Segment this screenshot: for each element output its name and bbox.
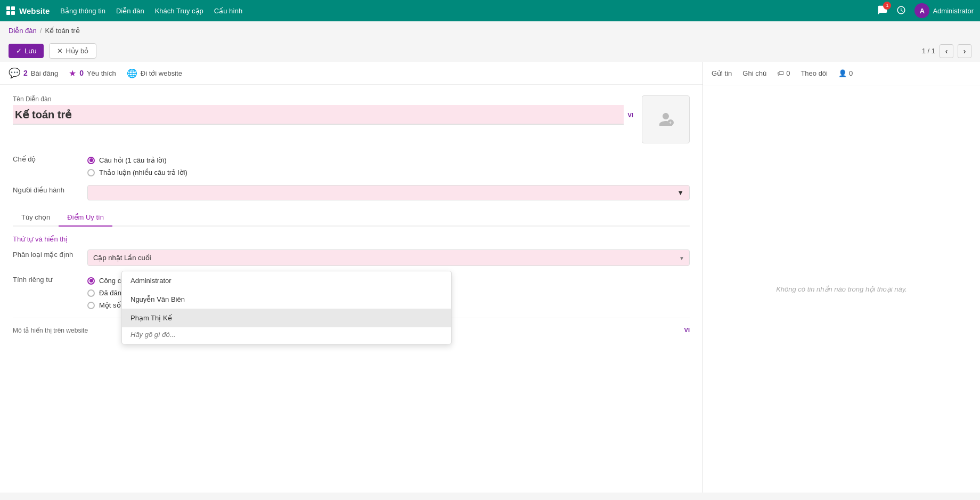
globe-icon: 🌐 xyxy=(127,68,137,78)
check-icon: ✓ xyxy=(16,47,22,55)
favorites-stat[interactable]: ★ 0 Yêu thích xyxy=(69,68,116,78)
user-name: Administrator xyxy=(933,7,974,15)
main-layout: 💬 2 Bài đăng ★ 0 Yêu thích 🌐 Đi tới webs… xyxy=(0,62,980,493)
mode-options: Câu hỏi (1 câu trả lời) Thảo luận (nhiều… xyxy=(87,154,690,176)
breadcrumb-current: Kế toán trẻ xyxy=(45,27,79,35)
forum-name-row: VI xyxy=(13,105,633,125)
radio-dot-0 xyxy=(87,157,95,164)
radio-dot-1 xyxy=(87,169,95,176)
notification-badge: 1 xyxy=(883,2,891,10)
prev-button[interactable]: ‹ xyxy=(940,44,953,58)
dropdown-search xyxy=(122,327,451,344)
form-body: Tên Diễn đàn VI + Chế độ xyxy=(0,85,703,349)
right-tab-notes[interactable]: Ghi chú xyxy=(742,67,766,79)
tab-options[interactable]: Tùy chọn xyxy=(13,209,59,227)
breadcrumb: Diễn đàn / Kế toán trẻ xyxy=(0,21,980,40)
privacy-dot-2 xyxy=(87,302,95,309)
forum-name-label: Tên Diễn đàn xyxy=(13,95,633,103)
moderator-label: Người điều hành xyxy=(13,185,87,194)
menu-visitors[interactable]: Khách Truy cập xyxy=(155,7,203,15)
privacy-dot-0 xyxy=(87,277,95,285)
description-lang: VI xyxy=(684,327,690,336)
moderator-dropdown-list: Administrator Nguyễn Văn Biên Phạm Thị K… xyxy=(121,271,452,344)
avatar: A xyxy=(914,3,929,18)
privacy-label: Tính riêng tư xyxy=(13,275,87,284)
default-sort-select[interactable]: Cập nhật Lần cuối xyxy=(87,249,690,266)
left-panel: 💬 2 Bài đăng ★ 0 Yêu thích 🌐 Đi tới webs… xyxy=(0,62,703,493)
pagination: 1 / 1 ‹ › xyxy=(922,44,971,58)
tab-reputation[interactable]: Điểm Uy tín xyxy=(59,209,112,227)
description-label: Mô tả hiển thị trên website xyxy=(13,327,88,334)
cancel-button[interactable]: ✕ Hủy bỏ xyxy=(49,43,96,59)
chat-icon-button[interactable]: 1 xyxy=(877,5,888,17)
chat-bubble-icon: 💬 xyxy=(9,67,20,79)
photo-upload[interactable]: + xyxy=(642,95,690,143)
default-sort-field: Phân loại mặc định Cập nhật Lần cuối xyxy=(13,249,690,266)
right-tab-follow[interactable]: Theo dõi xyxy=(801,67,828,79)
menu-dashboard[interactable]: Bảng thông tin xyxy=(60,7,105,15)
breadcrumb-separator: / xyxy=(40,27,42,35)
app-logo[interactable]: Website xyxy=(6,6,50,15)
mode-radio-group: Câu hỏi (1 câu trả lời) Thảo luận (nhiều… xyxy=(87,156,690,176)
menu-config[interactable]: Cấu hình xyxy=(214,7,243,15)
top-menu: Bảng thông tin Diễn đàn Khách Truy cập C… xyxy=(60,7,242,15)
moderator-select-wrapper: ▼ xyxy=(87,185,690,200)
dropdown-item-2[interactable]: Phạm Thị Kế xyxy=(122,309,451,327)
dropdown-item-1[interactable]: Nguyễn Văn Biên xyxy=(122,290,451,309)
toolbar: ✓ Lưu ✕ Hủy bỏ 1 / 1 ‹ › xyxy=(0,40,980,62)
right-tab-send[interactable]: Gửi tin xyxy=(712,67,732,79)
mode-label: Chế độ xyxy=(13,154,87,163)
next-button[interactable]: › xyxy=(958,44,971,58)
menu-forum[interactable]: Diễn đàn xyxy=(116,7,144,15)
posts-stat[interactable]: 💬 2 Bài đăng xyxy=(9,67,58,79)
top-navbar: Website Bảng thông tin Diễn đàn Khách Tr… xyxy=(0,0,980,21)
person-icon: 👤 xyxy=(838,69,847,77)
default-sort-label: Phân loại mặc định xyxy=(13,249,87,259)
save-button[interactable]: ✓ Lưu xyxy=(9,44,44,58)
privacy-dot-1 xyxy=(87,289,95,297)
star-icon: ★ xyxy=(69,68,76,78)
mode-option-1[interactable]: Thảo luận (nhiều câu trả lời) xyxy=(87,168,690,176)
tabs-row: Tùy chọn Điểm Uy tín xyxy=(13,209,690,227)
moderator-dropdown[interactable]: ▼ xyxy=(87,185,690,200)
user-menu[interactable]: A Administrator xyxy=(914,3,974,18)
section-title: Thứ tự và hiển thị xyxy=(13,235,690,243)
moderator-field: Người điều hành ▼ xyxy=(13,185,690,200)
grid-icon xyxy=(6,6,15,15)
mode-field: Chế độ Câu hỏi (1 câu trả lời) Thảo luận… xyxy=(13,154,690,176)
forum-name-field: Tên Diễn đàn VI xyxy=(13,95,633,143)
app-name: Website xyxy=(19,6,50,15)
svg-text:+: + xyxy=(668,119,672,126)
clock-icon-button[interactable] xyxy=(896,5,906,17)
forum-name-section: Tên Diễn đàn VI + xyxy=(13,95,690,143)
right-panel-tabs: Gửi tin Ghi chú 🏷 0 Theo dõi 👤 0 xyxy=(703,62,980,85)
forum-name-input[interactable] xyxy=(13,105,624,125)
right-panel: Gửi tin Ghi chú 🏷 0 Theo dõi 👤 0 Không c… xyxy=(703,62,980,493)
tag-icon: 🏷 xyxy=(777,69,784,77)
dropdown-arrow-icon: ▼ xyxy=(677,189,684,197)
content-header: 💬 2 Bài đăng ★ 0 Yêu thích 🌐 Đi tới webs… xyxy=(0,62,703,85)
dropdown-search-input[interactable] xyxy=(130,330,443,338)
default-sort-wrapper: Cập nhật Lần cuối xyxy=(87,249,690,266)
default-sort-select-wrapper: Cập nhật Lần cuối xyxy=(87,249,690,266)
lang-tag: VI xyxy=(628,112,633,118)
mode-option-0[interactable]: Câu hỏi (1 câu trả lời) xyxy=(87,156,690,164)
go-to-website[interactable]: 🌐 Đi tới website xyxy=(127,68,182,78)
x-icon: ✕ xyxy=(57,47,63,55)
empty-message: Không có tin nhắn nào trong hội thoại nà… xyxy=(776,285,907,293)
right-tab-users[interactable]: 👤 0 xyxy=(838,67,853,79)
breadcrumb-parent[interactable]: Diễn đàn xyxy=(9,27,37,35)
dropdown-item-0[interactable]: Administrator xyxy=(122,271,451,290)
topnav-right: 1 A Administrator xyxy=(877,3,974,18)
right-panel-body: Không có tin nhắn nào trong hội thoại nà… xyxy=(703,85,980,493)
right-tab-tags[interactable]: 🏷 0 xyxy=(777,67,790,79)
